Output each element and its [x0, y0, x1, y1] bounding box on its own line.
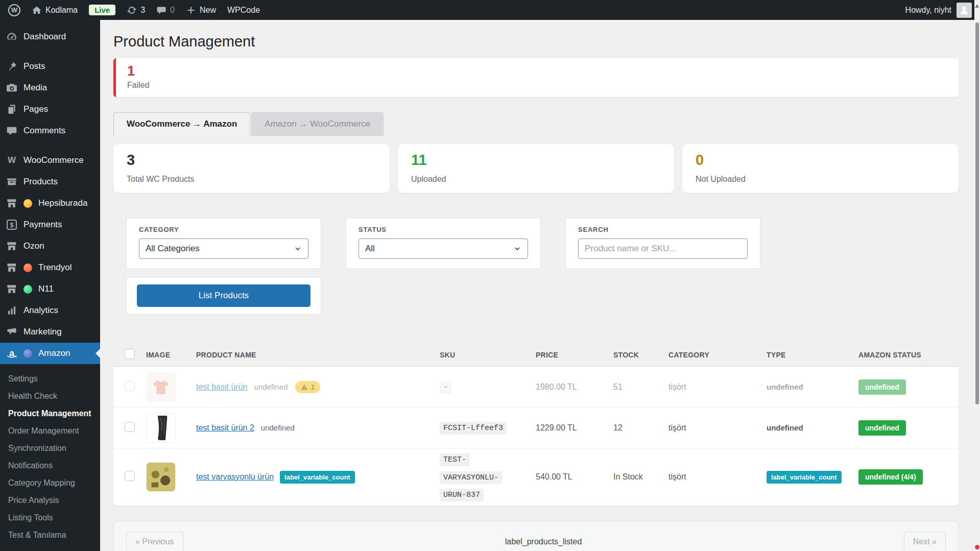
failed-label: Failed: [127, 81, 947, 90]
comments-menu[interactable]: 0: [156, 5, 175, 15]
stat-uploaded: 11 Uploaded: [398, 144, 674, 193]
failed-count: 1: [127, 63, 947, 79]
status-filter-label: STATUS: [358, 226, 528, 233]
pagination-bar: « Previous label_products_listed Next »: [113, 521, 959, 551]
payments-icon: $: [7, 220, 17, 230]
price-value: 540.00 TL: [536, 472, 613, 482]
sidebar-item-amazon[interactable]: a Amazon: [0, 343, 100, 364]
amazon-dot-icon: [23, 349, 32, 358]
stat-label: Uploaded: [411, 175, 661, 184]
row-checkbox[interactable]: [125, 381, 135, 391]
camera-icon: [6, 82, 17, 93]
submenu-item-notifications[interactable]: Notifications: [0, 457, 100, 474]
product-name-link[interactable]: test basit ürün: [196, 382, 248, 392]
warning-badge: 1: [295, 381, 320, 393]
row-checkbox[interactable]: [125, 422, 135, 432]
store-icon: [6, 262, 17, 273]
select-all-checkbox[interactable]: [125, 349, 135, 359]
product-name-note: undefined: [261, 423, 295, 432]
submenu-item-order-management[interactable]: Order Management: [0, 422, 100, 440]
sidebar-item-n11[interactable]: N11: [0, 278, 100, 300]
wpcode-menu[interactable]: WPCode: [227, 6, 260, 15]
submenu-item-price-analysis[interactable]: Price Analysis: [0, 492, 100, 509]
submenu-item-settings[interactable]: Settings: [0, 370, 100, 388]
product-image-pants: [146, 413, 176, 443]
sidebar-item-marketing[interactable]: Marketing: [0, 321, 100, 343]
sku-value: FCSIT-Lffeef3: [440, 422, 507, 435]
chevron-down-icon: [294, 245, 302, 253]
table-row: test basit ürün 2 undefined FCSIT-Lffeef…: [113, 408, 959, 448]
row-checkbox[interactable]: [125, 471, 135, 481]
sidebar-item-ozon[interactable]: Ozon: [0, 235, 100, 257]
list-products-card: List Products: [126, 277, 321, 315]
howdy-greeting[interactable]: Howdy, niyht: [905, 6, 951, 15]
submenu-item-synchronization[interactable]: Synchronization: [0, 440, 100, 457]
submenu-item-product-management[interactable]: Product Management: [0, 405, 100, 422]
wpcode-label: WPCode: [227, 6, 260, 15]
bar-chart-icon: [6, 305, 17, 316]
failed-alert-card: 1 Failed: [113, 58, 959, 97]
sidebar-item-analytics[interactable]: Analytics: [0, 300, 100, 321]
search-filter-label: SEARCH: [578, 226, 748, 233]
tab-woocommerce-to-amazon[interactable]: WooCommerce → Amazon: [113, 112, 250, 136]
submenu-item-health-check[interactable]: Health Check: [0, 388, 100, 405]
scrollbar-up-arrow-icon[interactable]: [975, 4, 979, 8]
main-content: Product Management 1 Failed WooCommerce …: [100, 20, 980, 551]
list-products-button[interactable]: List Products: [137, 284, 310, 307]
status-select-value: All: [365, 244, 375, 254]
updates-menu[interactable]: 3: [127, 5, 145, 15]
scrollbar-thumb[interactable]: [975, 22, 979, 404]
sidebar-item-label: WooCommerce: [23, 155, 84, 165]
stat-value: 0: [696, 152, 945, 169]
sidebar-item-dashboard[interactable]: Dashboard: [0, 26, 100, 47]
submenu-item-category-mapping[interactable]: Category Mapping: [0, 474, 100, 492]
chevron-down-icon: [513, 245, 521, 253]
header-category: CATEGORY: [668, 351, 767, 359]
search-input[interactable]: [578, 238, 748, 259]
sidebar-item-label: Comments: [23, 126, 65, 136]
filters-row: CATEGORY All Categories STATUS All SEARC…: [126, 218, 959, 269]
sidebar-item-pages[interactable]: Pages: [0, 99, 100, 120]
submenu-item-listing-tools[interactable]: Listing Tools: [0, 509, 100, 526]
sidebar-item-comments[interactable]: Comments: [0, 120, 100, 141]
amazon-submenu: Settings Health Check Product Management…: [0, 364, 100, 544]
amazon-status-badge: undefined: [858, 379, 906, 395]
sidebar-item-label: Products: [23, 177, 58, 187]
tab-amazon-to-woocommerce[interactable]: Amazon → WooCommerce: [251, 112, 384, 136]
sidebar-item-trendyol[interactable]: Trendyol: [0, 257, 100, 278]
direction-tabs: WooCommerce → Amazon Amazon → WooCommerc…: [113, 112, 959, 136]
new-content-menu[interactable]: New: [186, 5, 216, 15]
product-image-tshirt: [146, 372, 176, 402]
status-select[interactable]: All: [358, 238, 528, 259]
price-value: 1980.00 TL: [536, 382, 613, 392]
wordpress-logo-menu[interactable]: W: [8, 4, 20, 16]
category-filter-label: CATEGORY: [139, 226, 308, 233]
product-name-link[interactable]: test basit ürün 2: [196, 423, 254, 433]
warning-icon: [301, 384, 308, 391]
admin-sidebar: Dashboard Posts Media Pages Comments W W…: [0, 20, 100, 551]
category-select[interactable]: All Categories: [139, 238, 308, 259]
sidebar-item-hepsiburada[interactable]: Hepsiburada: [0, 193, 100, 214]
site-name-menu[interactable]: Kodlama: [32, 5, 78, 15]
price-value: 1229.00 TL: [536, 423, 613, 433]
stock-value: 51: [613, 382, 668, 392]
pages-icon: [6, 104, 17, 115]
sidebar-item-payments[interactable]: $ Payments: [0, 214, 100, 235]
submenu-item-test-tanilama[interactable]: Test & Tanılama: [0, 526, 100, 544]
scrollbar[interactable]: [974, 0, 980, 551]
sidebar-item-products[interactable]: Products: [0, 171, 100, 193]
previous-page-button[interactable]: « Previous: [126, 532, 183, 551]
avatar[interactable]: [957, 3, 972, 18]
status-filter-card: STATUS All: [346, 218, 541, 269]
sidebar-item-posts[interactable]: Posts: [0, 56, 100, 77]
sidebar-item-label: Pages: [23, 104, 48, 114]
sidebar-item-media[interactable]: Media: [0, 77, 100, 99]
category-filter-card: CATEGORY All Categories: [126, 218, 321, 269]
amazon-status-badge: undefined (4/4): [858, 469, 923, 485]
product-name-link[interactable]: test varyasyonlu ürün: [196, 472, 274, 482]
woocommerce-icon: W: [6, 155, 17, 166]
sidebar-item-label: Analytics: [23, 305, 58, 316]
sidebar-item-woocommerce[interactable]: W WooCommerce: [0, 150, 100, 171]
admin-bar: W Kodlama Live 3 0 New WPCode Howdy, niy…: [0, 0, 980, 20]
next-page-button[interactable]: Next »: [904, 532, 946, 551]
